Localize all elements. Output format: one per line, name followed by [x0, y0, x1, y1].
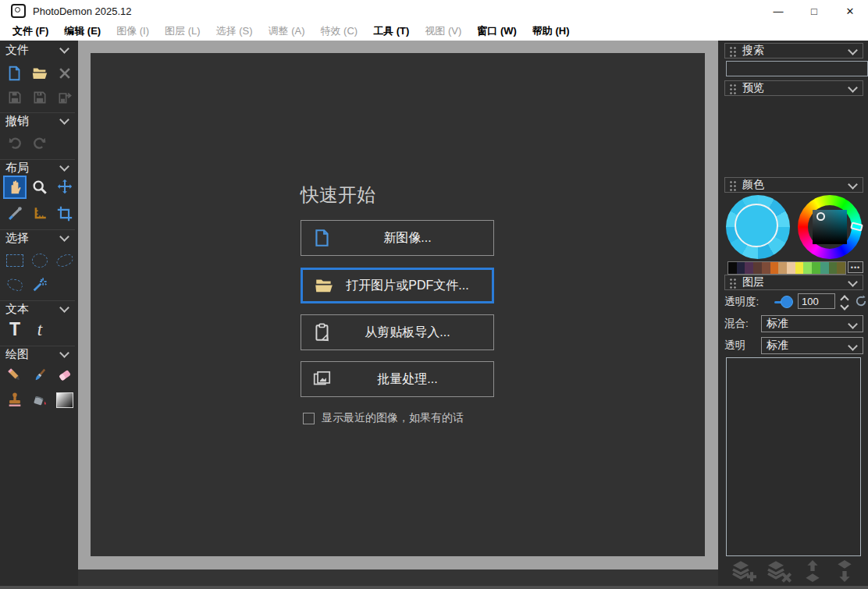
color-swatch[interactable] — [829, 262, 838, 274]
more-colors-button[interactable]: ••• — [848, 261, 863, 273]
section-paint[interactable]: 绘图 — [0, 346, 75, 362]
alpha-mode-dropdown[interactable]: 标准 — [761, 337, 863, 354]
chevron-down-icon[interactable] — [59, 161, 69, 172]
lasso-select-tool[interactable] — [53, 249, 76, 272]
color-swatch[interactable] — [820, 262, 829, 274]
clipboard-icon — [312, 322, 333, 342]
color-swatch[interactable] — [787, 262, 795, 274]
checkbox-icon[interactable] — [303, 413, 315, 424]
chevron-down-icon[interactable] — [848, 277, 858, 287]
section-undo[interactable]: 撤销 — [0, 112, 75, 129]
fill-tool[interactable] — [28, 389, 52, 412]
wand-select-tool[interactable] — [28, 273, 52, 296]
blend-mode-row: 混合: 标准 — [724, 315, 749, 332]
open-image-tool[interactable] — [28, 62, 52, 85]
search-input[interactable] — [726, 61, 868, 76]
crop-icon — [56, 205, 73, 222]
section-select[interactable]: 选择 — [0, 229, 75, 246]
pencil-icon — [6, 367, 23, 384]
section-file[interactable]: 文件 — [0, 42, 75, 58]
color-swatch[interactable] — [795, 262, 804, 274]
hand-tool[interactable] — [3, 176, 27, 199]
drag-grip-icon[interactable] — [729, 83, 737, 94]
batch-images-icon — [312, 369, 333, 389]
color-swatch[interactable] — [778, 262, 787, 274]
eraser-tool[interactable] — [53, 364, 76, 387]
layers-panel-header[interactable]: 图层 — [724, 275, 863, 290]
layers-list[interactable] — [726, 357, 861, 556]
color-swatch[interactable] — [737, 262, 745, 274]
alpha-mode-row: 透明 标准 — [724, 337, 745, 354]
import-clipboard-button[interactable]: 从剪贴板导入... — [301, 314, 494, 350]
menu-effects: 特效 (C) — [312, 24, 365, 38]
eyedropper-tool[interactable] — [3, 202, 27, 225]
clone-stamp-tool[interactable] — [3, 389, 27, 412]
export-icon — [57, 90, 73, 105]
chevron-down-icon[interactable] — [59, 303, 69, 313]
opacity-slider[interactable] — [781, 296, 793, 308]
menu-file[interactable]: 文件 (F) — [5, 24, 56, 38]
color-swatch[interactable] — [837, 262, 845, 274]
zoom-tool[interactable] — [28, 176, 52, 199]
show-recent-images-checkbox[interactable]: 显示最近的图像，如果有的话 — [303, 411, 464, 425]
section-text[interactable]: 文本 — [0, 300, 75, 317]
polygon-select-tool[interactable] — [3, 273, 27, 296]
color-swatch[interactable] — [803, 262, 812, 274]
menu-layer: 图层 (L) — [157, 24, 208, 38]
menu-help[interactable]: 帮助 (H) — [525, 24, 578, 38]
drag-grip-icon[interactable] — [729, 46, 737, 57]
color-swatch[interactable] — [728, 262, 737, 274]
opacity-spinner[interactable] — [840, 294, 849, 310]
section-layout[interactable]: 布局 — [0, 159, 75, 176]
close-button[interactable]: ✕ — [832, 0, 868, 22]
layer-opacity-row: 透明度: — [724, 293, 863, 310]
measure-tool[interactable] — [28, 202, 52, 225]
close-image-tool[interactable] — [53, 62, 76, 85]
search-panel-header[interactable]: 搜索 — [724, 43, 863, 59]
color-panel-header[interactable]: 颜色 — [724, 177, 863, 193]
drag-grip-icon[interactable] — [729, 180, 737, 191]
new-image-button[interactable]: 新图像... — [301, 220, 494, 256]
redo-icon — [31, 133, 48, 151]
opacity-value-input[interactable] — [798, 293, 835, 309]
chevron-down-icon[interactable] — [848, 45, 858, 55]
color-swatch[interactable] — [812, 262, 820, 274]
chevron-down-icon[interactable] — [848, 83, 858, 93]
color-harmony-wheel[interactable] — [726, 195, 790, 259]
sv-selector-icon[interactable] — [816, 212, 825, 221]
chevron-down-icon[interactable] — [59, 348, 69, 358]
opacity-reset-button[interactable] — [854, 294, 868, 308]
spinner-down-icon[interactable] — [840, 301, 848, 310]
color-swatch[interactable] — [753, 262, 762, 274]
advanced-text-tool[interactable]: t — [28, 318, 52, 341]
menu-edit[interactable]: 编辑 (E) — [56, 24, 108, 38]
crop-tool[interactable] — [53, 202, 76, 225]
pencil-tool[interactable] — [3, 364, 27, 387]
preview-panel-header[interactable]: 预览 — [724, 80, 863, 96]
paintbrush-tool[interactable] — [28, 364, 52, 387]
menu-tools[interactable]: 工具 (T) — [365, 24, 417, 38]
drag-grip-icon[interactable] — [729, 278, 737, 289]
hue-wheel[interactable] — [798, 195, 862, 259]
chevron-down-icon[interactable] — [848, 179, 858, 190]
minimize-button[interactable]: — — [760, 0, 796, 22]
batch-process-button[interactable]: 批量处理... — [301, 361, 494, 397]
maximize-button[interactable]: □ — [796, 0, 832, 22]
rect-select-tool[interactable] — [3, 249, 27, 272]
blend-mode-dropdown[interactable]: 标准 — [761, 315, 863, 332]
move-tool[interactable] — [53, 176, 76, 199]
chevron-down-icon[interactable] — [59, 232, 69, 242]
color-swatch[interactable] — [762, 262, 770, 274]
hue-selector-icon[interactable] — [850, 222, 863, 231]
new-image-tool[interactable] — [3, 62, 27, 85]
ellipse-select-tool[interactable] — [28, 249, 52, 272]
gradient-tool[interactable] — [53, 389, 76, 412]
text-tool[interactable]: T — [3, 318, 27, 341]
color-swatch[interactable] — [745, 262, 753, 274]
chevron-down-icon[interactable] — [59, 115, 69, 125]
open-image-button[interactable]: 打开图片或PDF文件... — [301, 268, 494, 303]
color-swatch[interactable] — [770, 262, 779, 274]
save-copy-tool — [28, 86, 52, 109]
menu-window[interactable]: 窗口 (W) — [469, 24, 525, 38]
chevron-down-icon[interactable] — [59, 44, 69, 54]
